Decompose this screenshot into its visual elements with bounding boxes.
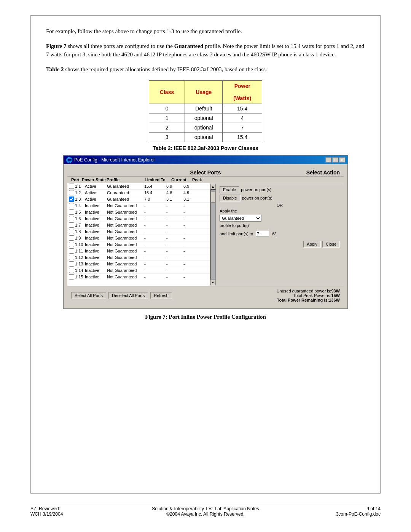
poe-header-left (71, 169, 161, 176)
page: For example, follow the steps above to c… (0, 0, 411, 532)
port-current: 3.1 (166, 197, 183, 201)
port-id: 1:6 (75, 216, 85, 221)
guaranteed-bold: Guaranteed (174, 43, 204, 49)
port-limited: - (144, 216, 166, 221)
port-current: - (166, 242, 183, 247)
figure-caption: Figure 7: Port Inline Power Profile Conf… (46, 314, 365, 320)
scrollbar: ▲ ▼ (210, 183, 216, 286)
limit-input[interactable] (256, 231, 269, 237)
port-state: Inactive (85, 203, 107, 208)
port-current: - (166, 203, 183, 208)
port-checkbox-1:12[interactable] (69, 255, 74, 260)
port-profile: Not Guaranteed (107, 242, 144, 247)
port-state: Inactive (85, 249, 107, 253)
remaining-value: 136W (329, 298, 340, 302)
col-header-peak: Peak (192, 177, 207, 182)
profile-select[interactable]: Guaranteed Not Guaranteed (220, 215, 261, 222)
footer-left: SZ; Reviewed: WCH 3/19/2004 (30, 506, 147, 517)
paragraph-3: Table 2 shows the required power allocat… (46, 65, 365, 74)
port-checkbox-1:4[interactable] (69, 203, 74, 208)
port-row: 1:8InactiveNot Guaranteed--- (67, 228, 210, 235)
port-checkbox-1:3[interactable] (69, 197, 74, 202)
port-checkbox-1:14[interactable] (69, 268, 74, 273)
port-peak: - (183, 210, 197, 214)
port-checkbox-1:9[interactable] (69, 235, 74, 241)
port-checkbox-1:11[interactable] (69, 248, 74, 254)
port-checkbox-1:1[interactable] (69, 184, 74, 189)
col-header-port: Port (71, 177, 82, 182)
port-profile: Not Guaranteed (107, 229, 144, 234)
paragraph-2: Figure 7 shows all three ports are confi… (46, 42, 365, 59)
close-button-action[interactable]: Close (322, 241, 340, 248)
port-state: Inactive (85, 242, 107, 247)
port-peak: - (183, 229, 197, 234)
port-checkbox-1:8[interactable] (69, 229, 74, 234)
port-checkbox-1:2[interactable] (69, 190, 74, 195)
port-state: Inactive (85, 229, 107, 234)
ports-scroll[interactable]: 1:1ActiveGuaranteed15.46.96.91:2ActiveGu… (67, 183, 210, 286)
profile-to-label: profile to port(s) (220, 223, 249, 228)
port-row: 1:11InactiveNot Guaranteed--- (67, 248, 210, 254)
enable-button[interactable]: Enable (220, 186, 239, 193)
port-current: - (166, 223, 183, 227)
disable-button[interactable]: Disable (220, 195, 241, 201)
port-current: - (166, 268, 183, 273)
port-profile: Not Guaranteed (107, 210, 144, 214)
close-button[interactable]: × (339, 157, 345, 163)
port-checkbox-1:7[interactable] (69, 222, 74, 228)
usage-3: optional (185, 133, 223, 142)
port-profile: Not Guaranteed (107, 203, 144, 208)
port-limited: - (144, 203, 166, 208)
port-checkbox-1:13[interactable] (69, 261, 74, 267)
port-peak: - (183, 203, 197, 208)
port-id: 1:8 (75, 229, 85, 234)
port-limited: - (144, 229, 166, 234)
port-limited: 7.0 (144, 197, 166, 201)
paragraph-1: For example, follow the steps above to c… (46, 27, 365, 36)
enable-text: power on port(s) (241, 187, 271, 192)
port-row: 1:1ActiveGuaranteed15.46.96.9 (67, 183, 210, 190)
port-limited: - (144, 275, 166, 279)
enable-row: Enable power on port(s) (220, 186, 340, 193)
unused-power-line: Unused guaranteed power is:93W (174, 289, 340, 293)
port-checkbox-1:10[interactable] (69, 242, 74, 247)
col-header-limited: Limited To (145, 177, 171, 182)
port-checkbox-1:15[interactable] (69, 274, 74, 280)
port-limited: - (144, 249, 166, 253)
col-power: Power(Watts) (223, 81, 262, 104)
port-current: - (166, 255, 183, 260)
port-peak: - (183, 255, 197, 260)
port-state: Inactive (85, 223, 107, 227)
table-row: 2 optional 7 (149, 123, 262, 133)
port-limited: - (144, 268, 166, 273)
port-row: 1:3ActiveGuaranteed7.03.13.1 (67, 196, 210, 203)
port-checkbox-1:6[interactable] (69, 216, 74, 221)
port-profile: Not Guaranteed (107, 236, 144, 240)
power-0: 15.4 (223, 104, 262, 113)
apply-close-row: Apply Close (220, 241, 340, 248)
total-peak-line: Total Peak Power is:15W (174, 293, 340, 298)
apply-button[interactable]: Apply (303, 241, 321, 248)
para2-text-a: shows all three ports are configured to … (66, 43, 174, 49)
scroll-down-arrow[interactable]: ▼ (210, 280, 216, 285)
ie-titlebar-controls: _ □ × (325, 157, 345, 163)
port-profile: Guaranteed (107, 197, 144, 201)
refresh-button[interactable]: Refresh (150, 292, 172, 299)
select-all-ports-button[interactable]: Select All Ports (71, 292, 106, 299)
table-row: 1 optional 4 (149, 113, 262, 123)
port-current: 6.9 (166, 184, 183, 189)
select-ports-label: Select Ports (161, 169, 250, 176)
footer-center: Solution & Interoperability Test Lab App… (147, 506, 264, 517)
port-checkbox-1:5[interactable] (69, 209, 74, 215)
restore-button[interactable]: □ (332, 157, 338, 163)
port-peak: - (183, 262, 197, 266)
power-class-table: Class Usage Power(Watts) 0 Default 15.4 … (149, 80, 262, 142)
port-state: Active (85, 184, 107, 189)
scroll-up-arrow[interactable]: ▲ (210, 184, 216, 189)
port-current: - (166, 229, 183, 234)
deselect-all-ports-button[interactable]: Deselect All Ports (108, 292, 148, 299)
port-current: - (166, 216, 183, 221)
minimize-button[interactable]: _ (325, 157, 331, 163)
port-peak: - (183, 268, 197, 273)
port-current: - (166, 236, 183, 240)
